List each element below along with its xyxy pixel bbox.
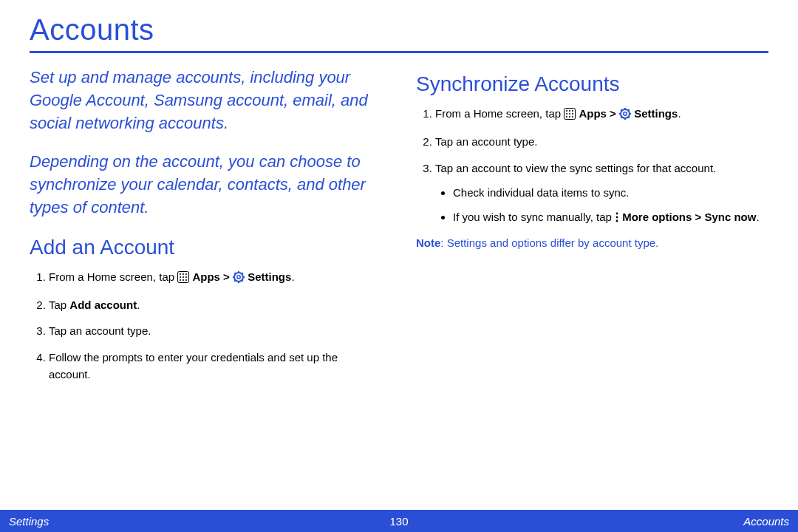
svg-line-39 xyxy=(621,117,622,118)
note-sep: : xyxy=(440,236,446,249)
svg-line-37 xyxy=(628,117,630,118)
footer-right: Accounts xyxy=(743,515,789,528)
right-column: Synchronize Accounts From a Home screen,… xyxy=(416,66,768,392)
text: Tap xyxy=(49,299,69,311)
period: . xyxy=(756,211,759,223)
svg-line-17 xyxy=(242,279,243,281)
apps-grid-icon xyxy=(177,270,189,287)
svg-point-4 xyxy=(180,276,181,278)
intro-paragraph-1: Set up and manage accounts, including yo… xyxy=(30,66,382,134)
title-divider xyxy=(30,51,768,53)
svg-point-1 xyxy=(180,273,181,275)
sync-step-1: From a Home screen, tap xyxy=(435,105,768,124)
text: From a Home screen, tap xyxy=(49,270,177,283)
settings-label: Settings xyxy=(248,270,291,283)
layout-columns: Set up and manage accounts, including yo… xyxy=(30,66,768,392)
settings-label: Settings xyxy=(634,107,678,120)
svg-point-42 xyxy=(616,220,618,222)
more-options-label: More options > Sync now xyxy=(622,211,756,223)
svg-point-28 xyxy=(569,116,570,117)
svg-point-8 xyxy=(183,279,184,281)
sync-sub-bullets: Check individual data items to sync. If … xyxy=(435,184,768,228)
period: . xyxy=(678,107,681,120)
add-step-4: Follow the prompts to enter your credent… xyxy=(49,349,382,383)
settings-gear-icon xyxy=(233,270,245,287)
settings-gear-icon xyxy=(619,107,631,124)
sync-step-2: Tap an account type. xyxy=(435,133,768,150)
svg-point-9 xyxy=(185,279,187,281)
note-label: Note xyxy=(416,236,440,249)
svg-point-40 xyxy=(616,213,618,215)
svg-point-25 xyxy=(569,113,570,115)
svg-point-26 xyxy=(572,113,573,115)
svg-point-29 xyxy=(572,116,573,117)
svg-point-3 xyxy=(185,273,187,275)
footer-page-number: 130 xyxy=(389,515,408,528)
svg-point-2 xyxy=(183,273,184,275)
apps-grid-icon xyxy=(564,107,576,124)
intro-paragraph-2: Depending on the account, you can choose… xyxy=(30,151,382,219)
note-text: Settings and options differ by account t… xyxy=(447,236,659,249)
svg-point-23 xyxy=(572,110,573,112)
sync-bullet-1: Check individual data items to sync. xyxy=(453,184,768,201)
period: . xyxy=(137,299,140,311)
text: From a Home screen, tap xyxy=(435,107,564,120)
svg-line-19 xyxy=(234,279,236,281)
text: If you wish to sync manually, tap xyxy=(453,211,615,223)
svg-point-22 xyxy=(569,110,570,112)
svg-line-18 xyxy=(242,273,243,274)
left-column: Set up and manage accounts, including yo… xyxy=(30,66,382,392)
footer-left: Settings xyxy=(9,515,49,528)
add-step-1: From a Home screen, tap xyxy=(49,268,382,287)
sync-steps: From a Home screen, tap xyxy=(416,105,768,228)
note-line: Note: Settings and options differ by acc… xyxy=(416,236,768,249)
svg-point-21 xyxy=(566,110,567,112)
apps-label: Apps xyxy=(579,107,607,120)
svg-line-38 xyxy=(628,109,630,111)
svg-point-6 xyxy=(185,276,187,278)
svg-point-7 xyxy=(180,279,181,281)
svg-point-11 xyxy=(237,276,240,279)
sync-bullet-2: If you wish to sync manually, tap More o… xyxy=(453,208,768,228)
apps-label: Apps xyxy=(192,270,220,283)
svg-point-41 xyxy=(616,216,618,219)
gt: > xyxy=(610,107,619,120)
svg-point-31 xyxy=(624,112,627,115)
more-options-icon xyxy=(615,211,619,228)
gt: > xyxy=(223,270,233,283)
page-title: Accounts xyxy=(30,13,768,51)
page-footer: Settings 130 Accounts xyxy=(0,510,798,532)
svg-point-27 xyxy=(566,116,567,117)
svg-point-24 xyxy=(566,113,567,115)
sync-step-3: Tap an account to view the sync settings… xyxy=(435,160,768,228)
text: Tap an account to view the sync settings… xyxy=(435,162,716,174)
svg-line-16 xyxy=(234,273,236,274)
period: . xyxy=(291,270,294,283)
add-account-steps: From a Home screen, tap xyxy=(30,268,382,383)
heading-add-account: Add an Account xyxy=(30,236,382,259)
add-account-label: Add account xyxy=(69,299,137,311)
heading-synchronize: Synchronize Accounts xyxy=(416,72,768,96)
add-step-3: Tap an account type. xyxy=(49,322,382,339)
add-step-2: Tap Add account. xyxy=(49,296,382,313)
svg-line-36 xyxy=(621,109,622,111)
svg-point-5 xyxy=(183,276,184,278)
